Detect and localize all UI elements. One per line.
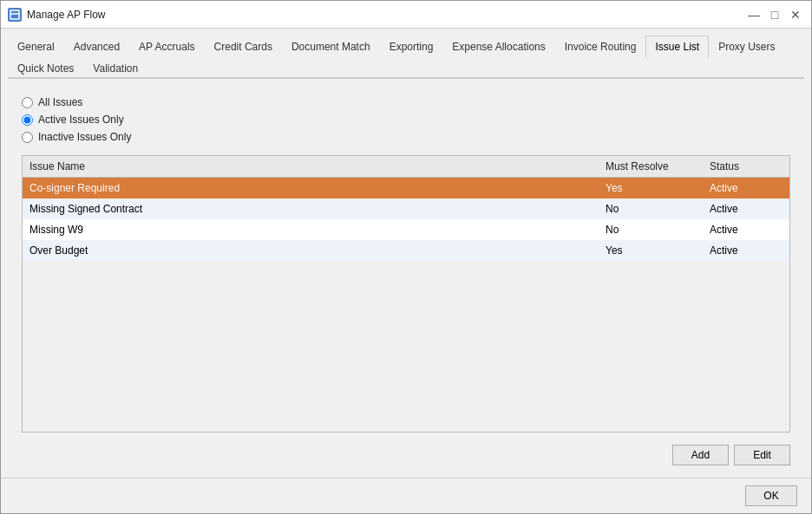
cell-issue-name: Co-signer Required	[23, 178, 599, 199]
window-title: Manage AP Flow	[27, 9, 745, 21]
tab-expense-allocations[interactable]: Expense Allocations	[442, 36, 554, 59]
tab-general[interactable]: General	[8, 36, 64, 59]
close-button[interactable]: ✕	[787, 6, 804, 23]
col-header-must-resolve: Must Resolve	[599, 156, 703, 178]
title-bar: Manage AP Flow — □ ✕	[1, 1, 811, 29]
col-header-status: Status	[703, 156, 789, 178]
tab-issue-list[interactable]: Issue List	[645, 36, 709, 59]
radio-label-2: Inactive Issues Only	[38, 131, 131, 143]
filter-radio-group: All IssuesActive Issues OnlyInactive Iss…	[8, 88, 804, 152]
table-row[interactable]: Over BudgetYesActive	[23, 240, 789, 261]
table-header-row: Issue Name Must Resolve Status	[23, 156, 789, 178]
cell-status: Active	[703, 178, 789, 199]
cell-issue-name: Over Budget	[23, 240, 599, 261]
radio-input-1[interactable]	[22, 114, 33, 126]
radio-input-0[interactable]	[22, 97, 33, 108]
radio-input-2[interactable]	[22, 132, 33, 143]
radio-item-2[interactable]: Inactive Issues Only	[22, 131, 790, 143]
tab-proxy-users[interactable]: Proxy Users	[709, 36, 784, 59]
cell-status: Active	[703, 240, 789, 261]
content-area: GeneralAdvancedAP AccrualsCredit CardsDo…	[1, 29, 811, 478]
cell-must-resolve: No	[599, 219, 703, 240]
maximize-button[interactable]: □	[766, 6, 783, 23]
cell-status: Active	[703, 198, 789, 219]
app-icon	[8, 8, 22, 22]
cell-must-resolve: No	[599, 198, 703, 219]
cell-issue-name: Missing W9	[23, 219, 599, 240]
tab-bar: GeneralAdvancedAP AccrualsCredit CardsDo…	[8, 36, 804, 79]
window-controls: — □ ✕	[745, 6, 804, 23]
tab-exporting[interactable]: Exporting	[380, 36, 443, 59]
tab-credit-cards[interactable]: Credit Cards	[205, 36, 282, 59]
issues-table-container: Issue Name Must Resolve Status Co-signer…	[22, 155, 790, 433]
radio-item-1[interactable]: Active Issues Only	[22, 114, 790, 126]
svg-rect-0	[10, 10, 19, 19]
cell-must-resolve: Yes	[599, 240, 703, 261]
cell-must-resolve: Yes	[599, 178, 703, 199]
minimize-button[interactable]: —	[745, 6, 763, 23]
table-row[interactable]: Missing Signed ContractNoActive	[23, 198, 789, 219]
footer-bar: OK	[1, 478, 811, 513]
cell-status: Active	[703, 219, 789, 240]
tab-ap-accruals[interactable]: AP Accruals	[129, 36, 204, 59]
cell-issue-name: Missing Signed Contract	[23, 198, 599, 219]
table-row[interactable]: Co-signer RequiredYesActive	[23, 178, 789, 199]
main-window: Manage AP Flow — □ ✕ GeneralAdvancedAP A…	[0, 0, 812, 514]
tab-validation[interactable]: Validation	[83, 57, 147, 79]
table-row[interactable]: Missing W9NoActive	[23, 219, 789, 240]
col-header-issue-name: Issue Name	[23, 156, 599, 178]
issues-table: Issue Name Must Resolve Status Co-signer…	[23, 156, 789, 261]
radio-label-1: Active Issues Only	[38, 114, 124, 126]
radio-item-0[interactable]: All Issues	[22, 96, 790, 108]
tab-invoice-routing[interactable]: Invoice Routing	[555, 36, 646, 59]
tab-document-match[interactable]: Document Match	[282, 36, 380, 59]
action-button-bar: Add Edit	[8, 439, 804, 471]
radio-label-0: All Issues	[38, 96, 82, 108]
ok-button[interactable]: OK	[745, 485, 797, 506]
add-button[interactable]: Add	[672, 445, 729, 465]
tab-quick-notes[interactable]: Quick Notes	[8, 57, 83, 79]
edit-button[interactable]: Edit	[734, 445, 790, 465]
tab-advanced[interactable]: Advanced	[64, 36, 129, 59]
